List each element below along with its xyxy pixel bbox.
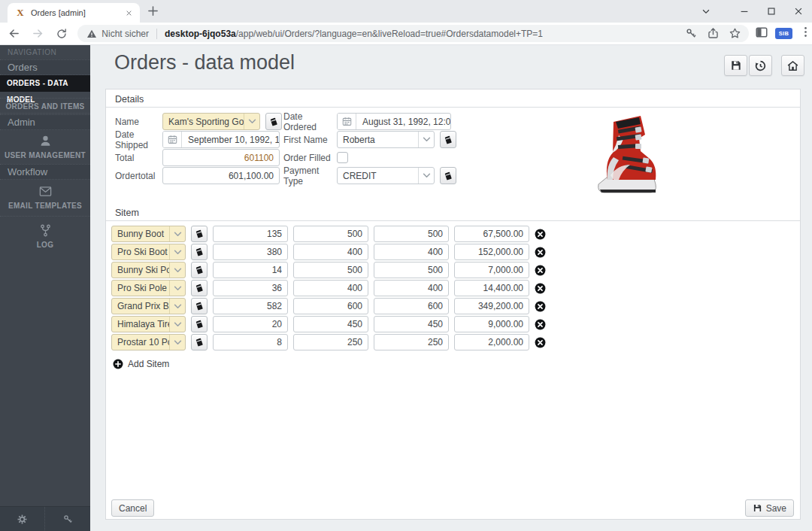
- home-button[interactable]: [781, 55, 804, 76]
- security-label[interactable]: Nicht sicher: [102, 29, 149, 39]
- delete-row-button[interactable]: [534, 300, 546, 312]
- quantity-input[interactable]: [213, 298, 288, 314]
- sidebar-item-log[interactable]: LOG: [0, 223, 90, 249]
- unit-cost-input[interactable]: [293, 244, 368, 260]
- subtotal-input[interactable]: [454, 298, 529, 314]
- subtotal-input[interactable]: [454, 334, 529, 350]
- subtotal-input[interactable]: [454, 244, 529, 260]
- product-lookup-button[interactable]: [191, 244, 208, 260]
- chevron-down-icon: [169, 244, 185, 259]
- subtotal-input[interactable]: [454, 262, 529, 278]
- settings-gear-icon[interactable]: [0, 507, 45, 531]
- date-shipped-field[interactable]: September 10, 1992, 12:00 AM: [162, 131, 280, 148]
- product-select[interactable]: Pro Ski Pole: [111, 280, 186, 296]
- share-icon[interactable]: [707, 27, 720, 40]
- tab-search-icon[interactable]: [695, 0, 717, 23]
- extension-badge[interactable]: SIB: [775, 28, 792, 39]
- product-select[interactable]: Bunny Boot: [111, 226, 186, 242]
- unit-cost-input[interactable]: [293, 298, 368, 314]
- product-lookup-button[interactable]: [191, 334, 208, 350]
- unit-cost-input[interactable]: [293, 316, 368, 332]
- window-close-button[interactable]: [785, 0, 812, 23]
- delete-row-button[interactable]: [534, 282, 546, 294]
- order-filled-checkbox[interactable]: [337, 152, 348, 163]
- unit-cost-input[interactable]: [293, 226, 368, 242]
- add-sitem-button[interactable]: Add Sitem: [113, 359, 169, 369]
- back-icon[interactable]: [5, 24, 24, 44]
- product-lookup-button[interactable]: [191, 316, 208, 332]
- delete-row-button[interactable]: [534, 228, 546, 240]
- unit-price-input[interactable]: [374, 298, 449, 314]
- password-key-icon[interactable]: [685, 27, 698, 40]
- product-select[interactable]: Himalaya Tires: [111, 316, 186, 332]
- total-input[interactable]: [162, 149, 280, 166]
- url-text[interactable]: desktop-6jqo53a/app/web/ui/Orders/?langu…: [165, 29, 676, 39]
- sidebar-item-email-templates[interactable]: EMAIL TEMPLATES: [0, 184, 90, 210]
- product-lookup-button[interactable]: [191, 298, 208, 314]
- calendar-icon[interactable]: [163, 132, 182, 147]
- delete-row-button[interactable]: [534, 246, 546, 258]
- payment-type-select[interactable]: CREDIT: [337, 167, 435, 184]
- name-lookup-button[interactable]: [265, 113, 282, 130]
- reload-icon[interactable]: [53, 24, 72, 44]
- sidebar-item-orders-data-model[interactable]: ORDERS - DATA MODEL: [0, 75, 90, 92]
- address-bar[interactable]: Nicht sicher desktop-6jqo53a/app/web/ui/…: [77, 25, 749, 42]
- new-tab-button[interactable]: [147, 5, 159, 17]
- first-name-select[interactable]: Roberta: [337, 131, 435, 148]
- sidebar-group-admin[interactable]: Admin: [0, 114, 90, 130]
- bookmark-star-icon[interactable]: [729, 27, 741, 40]
- product-select[interactable]: Bunny Ski Pole: [111, 262, 186, 278]
- unit-price-input[interactable]: [374, 334, 449, 350]
- unit-cost-input[interactable]: [293, 280, 368, 296]
- unit-price-input[interactable]: [374, 316, 449, 332]
- key-icon[interactable]: [45, 507, 90, 531]
- quantity-input[interactable]: [213, 280, 288, 296]
- date-ordered-field[interactable]: August 31, 1992, 12:00 AM: [337, 113, 451, 130]
- history-button[interactable]: [749, 55, 772, 76]
- calendar-icon[interactable]: [338, 114, 356, 129]
- unit-cost-input[interactable]: [293, 262, 368, 278]
- name-select[interactable]: Kam's Sporting Goods: [162, 113, 260, 130]
- menu-dots-icon[interactable]: [799, 26, 812, 41]
- subtotal-input[interactable]: [454, 280, 529, 296]
- subtotal-input[interactable]: [454, 316, 529, 332]
- unit-cost-input[interactable]: [293, 334, 368, 350]
- unit-price-input[interactable]: [374, 262, 449, 278]
- quantity-input[interactable]: [213, 316, 288, 332]
- product-lookup-button[interactable]: [191, 280, 208, 296]
- window-minimize-button[interactable]: [731, 0, 758, 23]
- quantity-input[interactable]: [213, 226, 288, 242]
- browser-tab[interactable]: X Orders [admin]: [8, 3, 140, 23]
- product-lookup-button[interactable]: [191, 262, 208, 278]
- subtotal-input[interactable]: [454, 226, 529, 242]
- window-maximize-button[interactable]: [758, 0, 785, 23]
- sidebar-group-workflow[interactable]: Workflow: [0, 164, 90, 180]
- warning-triangle-icon[interactable]: [86, 29, 97, 39]
- side-panel-icon[interactable]: [755, 26, 768, 42]
- sidebar-group-orders[interactable]: Orders: [0, 59, 90, 75]
- cancel-button[interactable]: Cancel: [111, 499, 154, 517]
- sidebar-item-user-management[interactable]: USER MANAGEMENT: [0, 134, 90, 159]
- quantity-input[interactable]: [213, 244, 288, 260]
- unit-price-input[interactable]: [374, 244, 449, 260]
- product-lookup-button[interactable]: [191, 226, 208, 242]
- save-button[interactable]: Save: [745, 499, 794, 517]
- delete-row-button[interactable]: [534, 336, 546, 348]
- payment-type-lookup-button[interactable]: [440, 167, 456, 184]
- tab-close-icon[interactable]: [123, 7, 135, 19]
- quantity-input[interactable]: [213, 262, 288, 278]
- delete-row-button[interactable]: [534, 318, 546, 330]
- forward-icon[interactable]: [29, 24, 48, 44]
- unit-price-input[interactable]: [374, 226, 449, 242]
- save-button-top[interactable]: [724, 55, 747, 76]
- ordertotal-input[interactable]: [162, 167, 280, 184]
- unit-price-input[interactable]: [374, 280, 449, 296]
- sidebar-item-orders-and-items[interactable]: ORDERS AND ITEMS: [0, 98, 90, 114]
- quantity-input[interactable]: [213, 334, 288, 350]
- product-value: Pro Ski Pole: [112, 283, 169, 293]
- product-select[interactable]: Pro Ski Boot: [111, 244, 186, 260]
- first-name-lookup-button[interactable]: [440, 131, 456, 148]
- product-select[interactable]: Prostar 10 Pound: [111, 334, 186, 350]
- delete-row-button[interactable]: [534, 264, 546, 276]
- product-select[interactable]: Grand Prix Bicycle: [111, 298, 186, 314]
